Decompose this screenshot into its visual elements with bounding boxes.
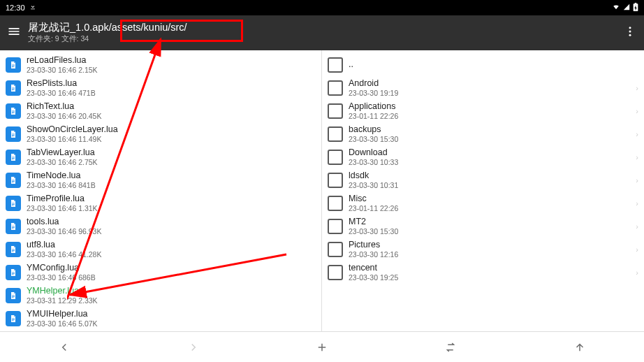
file-icon [6, 57, 21, 73]
folder-meta: 23-03-30 12:16 [349, 250, 398, 259]
chevron-right-icon: › [398, 176, 638, 184]
list-item[interactable]: backups23-03-30 15:30› [322, 122, 644, 145]
footer-toolbar [0, 331, 644, 362]
file-icon [6, 288, 21, 303]
chevron-right-icon: › [398, 245, 638, 254]
folder-name: MT2 [349, 217, 398, 226]
folder-icon [328, 57, 343, 73]
list-item[interactable]: ldsdk23-03-30 10:31› [322, 168, 644, 191]
folder-meta: 23-03-30 15:30 [349, 135, 398, 143]
file-name: YMHelper.lua [27, 286, 98, 296]
file-icon [6, 311, 21, 326]
folder-meta: 23-03-30 19:19 [349, 89, 398, 97]
folder-icon [328, 126, 343, 142]
more-icon[interactable] [622, 25, 638, 41]
list-item[interactable]: Android23-03-30 19:19› [322, 76, 644, 99]
chevron-right-icon: › [398, 153, 638, 161]
folder-icon [328, 150, 343, 165]
list-item[interactable]: Misc23-01-11 22:26› [322, 191, 644, 215]
folder-meta: 23-03-30 19:25 [349, 273, 398, 282]
folder-icon [328, 196, 343, 211]
hamburger-icon[interactable] [6, 24, 22, 41]
file-meta: 23-03-30 16:46 686B [27, 273, 96, 282]
list-item[interactable]: YMHelper.lua23-03-31 12:29 2.33K [0, 284, 321, 307]
list-item[interactable]: Applications23-01-11 22:26› [322, 99, 644, 122]
list-item[interactable]: ResPlists.lua23-03-30 16:46 471B [0, 76, 321, 99]
svg-point-4 [629, 34, 631, 36]
file-icon [6, 150, 21, 165]
list-item[interactable]: MT223-03-30 15:30› [322, 215, 644, 238]
list-item[interactable]: tools.lua23-03-30 16:46 96.93K [0, 215, 321, 238]
list-item[interactable]: YMUIHelper.lua23-03-30 16:46 5.07K [0, 307, 321, 330]
file-name: TabViewLayer.lua [27, 147, 98, 157]
folder-name: backups [349, 124, 398, 134]
folder-icon [328, 103, 343, 119]
clock: 12:30 [6, 3, 25, 12]
list-item[interactable]: utf8.lua23-03-30 16:46 41.28K [0, 238, 321, 261]
folder-meta: 23-01-11 22:26 [349, 204, 398, 212]
file-icon [6, 80, 21, 96]
folder-icon [328, 265, 343, 280]
list-item[interactable]: reLoadFiles.lua23-03-30 16:46 2.15K [0, 53, 321, 76]
swap-button[interactable] [386, 332, 515, 362]
wifi-icon [612, 3, 620, 12]
folder-name: Misc [349, 194, 398, 203]
folder-name: .. [349, 59, 353, 69]
file-name: reLoadFiles.lua [27, 55, 98, 65]
file-meta: 23-03-30 16:46 11.49K [27, 135, 118, 143]
list-item[interactable]: .. [322, 53, 644, 76]
page-subtitle: 文件夹: 9 文件: 34 [28, 34, 187, 44]
folder-name: Applications [349, 101, 398, 111]
file-meta: 23-03-30 16:46 96.93K [27, 227, 101, 236]
svg-point-3 [629, 31, 631, 33]
folder-meta: 23-03-30 10:31 [349, 181, 398, 189]
file-name: ShowOnCircleLayer.lua [27, 124, 118, 134]
list-item[interactable]: RichText.lua23-03-30 16:46 20.45K [0, 99, 321, 122]
list-item[interactable]: TimeNode.lua23-03-30 16:46 841B [0, 168, 321, 191]
folder-name: Android [349, 78, 398, 88]
list-item[interactable]: Download23-03-30 10:33› [322, 145, 644, 168]
folder-name: Download [349, 147, 398, 157]
file-list: reLoadFiles.lua23-03-30 16:46 2.15KResPl… [0, 50, 321, 330]
forward-button[interactable] [129, 332, 257, 362]
file-meta: 23-03-30 16:46 20.45K [27, 112, 101, 120]
signal-icon [623, 3, 630, 12]
app-bar: 屠龙战记_1.0.apk/assets/kuniu/src/ 文件夹: 9 文件… [0, 15, 644, 50]
chevron-right-icon: › [398, 199, 638, 208]
folder-meta: 23-03-30 15:30 [349, 227, 398, 236]
download-icon [29, 3, 36, 12]
chevron-right-icon: › [398, 107, 638, 115]
file-icon [6, 126, 21, 142]
list-item[interactable]: TabViewLayer.lua23-03-30 16:46 2.75K [0, 145, 321, 168]
back-button[interactable] [0, 332, 129, 362]
left-pane: reLoadFiles.lua23-03-30 16:46 2.15KResPl… [0, 50, 322, 331]
file-name: ResPlists.lua [27, 78, 96, 88]
file-meta: 23-03-30 16:46 2.15K [27, 66, 98, 74]
file-icon [6, 219, 21, 234]
split-panes: reLoadFiles.lua23-03-30 16:46 2.15KResPl… [0, 50, 644, 331]
add-button[interactable] [258, 332, 386, 362]
file-meta: 23-03-30 16:46 41.28K [27, 250, 101, 259]
folder-icon [328, 242, 343, 257]
folder-list: ..Android23-03-30 19:19›Applications23-0… [322, 50, 644, 284]
svg-point-2 [629, 27, 631, 29]
right-pane: ..Android23-03-30 19:19›Applications23-0… [322, 50, 644, 331]
file-name: utf8.lua [27, 240, 101, 249]
page-title[interactable]: 屠龙战记_1.0.apk/assets/kuniu/src/ [28, 22, 187, 34]
list-item[interactable]: ShowOnCircleLayer.lua23-03-30 16:46 11.4… [0, 122, 321, 145]
file-name: tools.lua [27, 217, 101, 226]
file-icon [6, 173, 21, 188]
file-meta: 23-03-30 16:46 2.75K [27, 158, 98, 166]
chevron-right-icon: › [398, 222, 638, 231]
folder-icon [328, 80, 343, 96]
file-name: RichText.lua [27, 101, 101, 111]
list-item[interactable]: Pictures23-03-30 12:16› [322, 238, 644, 261]
status-bar: 12:30 [0, 0, 644, 15]
list-item[interactable]: TimeProfile.lua23-03-30 16:46 1.31K [0, 191, 321, 215]
file-name: TimeNode.lua [27, 171, 96, 180]
chevron-right-icon: › [398, 130, 638, 138]
up-button[interactable] [515, 332, 644, 362]
folder-meta: 23-01-11 22:26 [349, 112, 398, 120]
list-item[interactable]: tencent23-03-30 19:25› [322, 261, 644, 284]
list-item[interactable]: YMConfig.lua23-03-30 16:46 686B [0, 261, 321, 284]
